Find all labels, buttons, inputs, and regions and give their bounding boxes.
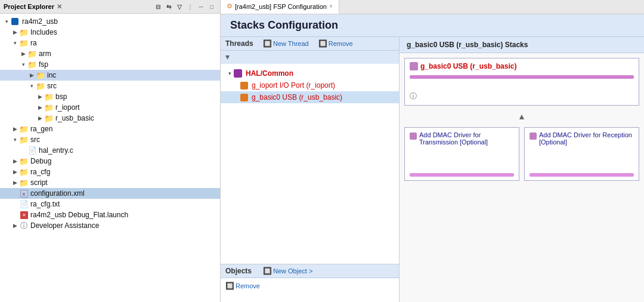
threads-panel: Threads 🔲 New Thread 🔲 Remove ▾ (221, 37, 400, 302)
expand-includes[interactable]: ▶ (11, 28, 19, 36)
new-object-button[interactable]: 🔲 New Object > (263, 267, 312, 275)
objects-label: Objects (225, 267, 258, 275)
link-editor-icon[interactable]: ⇆ (164, 2, 174, 11)
expand-hal: ▶ (19, 146, 27, 155)
ra-cfg-label: ra_cfg (30, 168, 50, 176)
tree-item-r-usb-basic[interactable]: ▶ 📁 r_usb_basic (0, 113, 220, 124)
r-usb-basic-label: r_usb_basic (55, 114, 94, 122)
expand-hal-common[interactable]: ▾ (225, 69, 234, 78)
src-root-label: src (30, 135, 40, 144)
tree-item-src-fsp[interactable]: ▾ 📁 src (0, 81, 220, 91)
expand-launch: ▶ (11, 211, 19, 219)
tree-item-src-root[interactable]: ▾ 📁 src (0, 134, 220, 145)
optional-reception-icon (530, 132, 537, 140)
remove-label: Remove (329, 40, 353, 47)
tree-item-r-ioport[interactable]: ▶ 📁 r_ioport (0, 102, 220, 113)
thread-group-header-hal-common[interactable]: ▾ HAL/Common (221, 67, 399, 79)
src-fsp-folder-icon: 📁 (36, 81, 45, 91)
hal-entry-icon: 📄 (27, 146, 37, 155)
tree-item-bsp[interactable]: ▶ 📁 bsp (0, 91, 220, 102)
tree-item-ra4m2usb[interactable]: ▾ ra4m2_usb (0, 16, 220, 27)
main-stack-label: g_basic0 USB (r_usb_basic) (420, 62, 516, 70)
remove-threads-button[interactable]: 🔲 Remove (318, 39, 353, 48)
tree-item-ra-cfg[interactable]: ▶ 📁 ra_cfg (0, 167, 220, 177)
remove-objects-button[interactable]: 🔲 Remove (225, 281, 260, 291)
tree-item-ra-gen[interactable]: ▶ 📁 ra_gen (0, 124, 220, 134)
tree-container: ▾ ra4m2_usb ▶ 📁 Includes ▾ 📁 ra ▶ 📁 arm … (0, 14, 220, 302)
expand-ra4m2usb[interactable]: ▾ (2, 17, 11, 26)
maximize-icon[interactable]: □ (207, 2, 216, 11)
optional-row: Add DMAC Driver for Transmission [Option… (404, 127, 639, 181)
ra-cfg-txt-label: ra_cfg.txt (30, 200, 60, 208)
main-stack-icon (410, 62, 418, 70)
tree-item-arm[interactable]: ▶ 📁 arm (0, 48, 220, 59)
thread-item-g-ioport[interactable]: g_ioport I/O Port (r_ioport) (221, 79, 399, 91)
threads-collapse-icon[interactable]: ▾ (225, 52, 230, 61)
ra-cfg-folder-icon: 📁 (19, 167, 29, 177)
tree-item-inc[interactable]: ▶ 📁 inc (0, 70, 220, 81)
tree-item-script[interactable]: ▶ 📁 script (0, 177, 220, 188)
fsp-panel: ⚙ [ra4m2_usb] FSP Configuration × Stacks… (221, 0, 644, 302)
info-icon: ⓘ (410, 91, 417, 101)
new-thread-button[interactable]: 🔲 New Thread (263, 39, 309, 48)
script-folder-icon: 📁 (19, 178, 29, 187)
launch-icon: ✕ (19, 210, 29, 220)
expand-inc[interactable]: ▶ (27, 71, 36, 79)
tree-item-config-xml[interactable]: ▶ X configuration.xml (0, 188, 220, 199)
tree-item-launch[interactable]: ▶ ✕ ra4m2_usb Debug_Flat.launch (0, 209, 220, 220)
threads-label: Threads (225, 39, 258, 48)
bsp-folder-icon: 📁 (44, 92, 54, 101)
expand-r-ioport[interactable]: ▶ (36, 103, 44, 112)
expand-src-root[interactable]: ▾ (11, 135, 19, 144)
src-fsp-label: src (47, 82, 57, 90)
expand-bsp[interactable]: ▶ (36, 93, 44, 101)
threads-tree: ▾ HAL/Common g_ioport I/O Port (r_iopor (221, 64, 399, 264)
stacks-config-panel: g_basic0 USB (r_usb_basic) Stacks g_basi… (400, 37, 644, 302)
collapse-all-icon[interactable]: ⊟ (153, 2, 163, 11)
expand-fsp[interactable]: ▾ (19, 60, 27, 69)
dev-assistance-icon: ⓘ (19, 221, 29, 230)
includes-label: Includes (30, 28, 57, 36)
new-thread-icon: 🔲 (263, 39, 272, 48)
optional-transmission-icon (410, 132, 417, 140)
filter-icon[interactable]: ▽ (175, 2, 184, 11)
panel-header: Project Explorer ✕ ⊟ ⇆ ▽ | ─ □ (0, 0, 220, 14)
close-icon[interactable]: ✕ (57, 3, 62, 11)
fsp-tab[interactable]: ⚙ [ra4m2_usb] FSP Configuration × (221, 0, 339, 14)
project-icon (11, 17, 20, 26)
expand-config-xml: ▶ (11, 189, 19, 198)
new-object-icon: 🔲 (263, 267, 272, 275)
fsp-folder-icon: 📁 (27, 60, 37, 69)
tree-item-debug[interactable]: ▶ 📁 Debug (0, 156, 220, 167)
thread-item-g-basic0[interactable]: g_basic0 USB (r_usb_basic) (221, 91, 399, 103)
expand-ra-cfg[interactable]: ▶ (11, 168, 19, 176)
stacks-body: Threads 🔲 New Thread 🔲 Remove ▾ (221, 37, 644, 302)
expand-ra-gen[interactable]: ▶ (11, 125, 19, 133)
ra4m2usb-label: ra4m2_usb (22, 17, 58, 26)
main-stack-bottom-bar (410, 75, 634, 79)
ra-gen-folder-icon: 📁 (19, 124, 29, 134)
expand-r-usb-basic[interactable]: ▶ (36, 114, 44, 122)
minimize-icon[interactable]: ─ (196, 2, 206, 11)
fsp-tab-close[interactable]: × (329, 3, 333, 10)
tree-item-hal-entry[interactable]: ▶ 📄 hal_entry.c (0, 145, 220, 156)
optional-box-reception[interactable]: Add DMAC Driver for Reception [Optional] (524, 127, 639, 181)
expand-ra[interactable]: ▾ (11, 39, 19, 47)
expand-debug[interactable]: ▶ (11, 157, 19, 165)
tree-item-fsp[interactable]: ▾ 📁 fsp (0, 59, 220, 70)
expand-dev-assistance[interactable]: ▶ (11, 221, 19, 230)
stacks-config-title: Stacks Configuration (221, 14, 644, 37)
main-stack-box[interactable]: g_basic0 USB (r_usb_basic) ⓘ (404, 58, 639, 106)
hal-common-label: HAL/Common (246, 69, 293, 78)
tree-item-dev-assistance[interactable]: ▶ ⓘ Developer Assistance (0, 220, 220, 231)
optional-transmission-label: Add DMAC Driver for Transmission [Option… (419, 131, 514, 146)
expand-arm[interactable]: ▶ (19, 50, 27, 58)
optional-box-transmission[interactable]: Add DMAC Driver for Transmission [Option… (404, 127, 519, 181)
tree-item-includes[interactable]: ▶ 📁 Includes (0, 27, 220, 38)
expand-src-fsp[interactable]: ▾ (27, 82, 36, 90)
tree-item-ra-cfg-txt[interactable]: ▶ 📄 ra_cfg.txt (0, 199, 220, 209)
fsp-content: Stacks Configuration Threads 🔲 New Threa… (221, 14, 644, 302)
hal-common-icon (234, 69, 243, 78)
expand-script[interactable]: ▶ (11, 178, 19, 187)
tree-item-ra[interactable]: ▾ 📁 ra (0, 38, 220, 48)
